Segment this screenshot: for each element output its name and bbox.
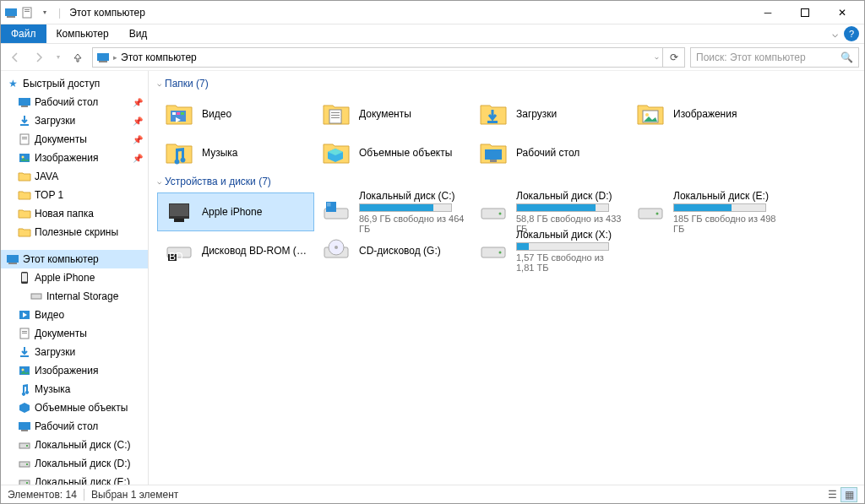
device-item[interactable]: Локальный диск (E:)185 ГБ свободно из 49… [628, 192, 786, 231]
svg-rect-0 [5, 8, 17, 16]
tree-item[interactable]: Загрузки [1, 343, 148, 361]
tree-this-pc[interactable]: Этот компьютер [1, 250, 148, 268]
folder-icon [320, 98, 352, 130]
svg-rect-3 [24, 9, 30, 10]
folder-icon [320, 137, 352, 169]
content-pane[interactable]: ⌵Папки (7) ВидеоДокументыЗагрузкиИзображ… [149, 71, 864, 485]
view-tiles-button[interactable]: ▦ [841, 487, 857, 502]
group-header-devices[interactable]: ⌵Устройства и диски (7) [157, 176, 856, 187]
free-space-label: 1,57 ТБ свободно из 1,81 ТБ [516, 252, 623, 273]
item-icon [18, 114, 31, 127]
device-item[interactable]: CD-дисковод (G:) [314, 231, 471, 270]
svg-rect-2 [23, 8, 31, 18]
tab-file[interactable]: Файл [1, 24, 46, 43]
svg-rect-41 [172, 112, 176, 115]
chevron-down-icon: ⌵ [157, 79, 161, 88]
maximize-button[interactable] [786, 1, 824, 24]
svg-rect-69 [481, 247, 505, 257]
svg-rect-28 [19, 422, 30, 430]
tree-item[interactable]: Локальный диск (D:) [1, 454, 148, 473]
folder-item[interactable]: Документы [314, 95, 471, 133]
breadcrumb-location[interactable]: Этот компьютер [121, 51, 197, 63]
drive-icon [634, 196, 666, 228]
item-icon [18, 188, 31, 202]
device-item[interactable]: Локальный диск (X:)1,57 ТБ свободно из 1… [471, 231, 628, 270]
tree-item[interactable]: Локальный диск (E:) [1, 473, 148, 485]
svg-rect-19 [22, 274, 27, 282]
tree-item[interactable]: Новая папка [1, 204, 148, 223]
tab-computer[interactable]: Компьютер [46, 24, 119, 43]
folder-item[interactable]: Объемные объекты [314, 133, 471, 172]
tree-item[interactable]: Видео [1, 306, 148, 324]
nav-back-button[interactable] [6, 48, 24, 67]
tree-item[interactable]: Изображения📌 [1, 149, 148, 167]
folder-item[interactable]: Загрузки [471, 95, 628, 133]
svg-rect-17 [8, 263, 17, 264]
folder-icon [634, 98, 666, 130]
capacity-bar [516, 203, 609, 212]
tree-item[interactable]: Полезные скрины [1, 223, 148, 241]
folder-item[interactable]: Рабочий стол [471, 133, 628, 172]
svg-rect-25 [20, 355, 29, 357]
device-item[interactable]: Apple iPhone [157, 192, 314, 231]
folder-item[interactable]: Музыка [157, 133, 314, 172]
minimize-button[interactable]: ─ [749, 1, 786, 24]
tree-item[interactable]: Рабочий стол [1, 417, 148, 436]
ribbon-collapse-chevron-icon[interactable]: ⌵ [827, 24, 842, 43]
drive-icon [320, 196, 352, 228]
folder-item[interactable]: Видео [157, 95, 314, 133]
tree-item[interactable]: Apple iPhone [1, 268, 148, 287]
drive-icon [163, 196, 195, 228]
tab-view[interactable]: Вид [119, 24, 158, 43]
group-header-folders[interactable]: ⌵Папки (7) [157, 78, 856, 89]
folder-icon [477, 98, 509, 130]
item-icon [18, 133, 31, 146]
tree-item[interactable]: Загрузки📌 [1, 111, 148, 130]
tree-item[interactable]: Локальный диск (C:) [1, 436, 148, 454]
device-item[interactable]: Локальный диск (C:)86,9 ГБ свободно из 4… [314, 192, 471, 231]
breadcrumb[interactable]: ▸ Этот компьютер ⌵ [92, 47, 663, 68]
svg-text:BD: BD [169, 251, 183, 263]
qat-properties-icon[interactable] [21, 6, 35, 19]
svg-rect-58 [327, 203, 331, 207]
close-button[interactable]: ✕ [824, 1, 861, 24]
pin-icon: 📌 [133, 117, 143, 126]
free-space-label: 185 ГБ свободно из 498 ГБ [673, 214, 780, 234]
qat-chevron-down-icon[interactable]: ▾ [38, 6, 52, 19]
tree-item[interactable]: Объемные объекты [1, 398, 148, 417]
nav-history-chevron-icon[interactable]: ▾ [53, 48, 63, 67]
svg-point-62 [656, 213, 659, 215]
nav-tree[interactable]: ★ Быстрый доступ Рабочий стол📌Загрузки📌Д… [1, 71, 149, 485]
tree-item[interactable]: Изображения [1, 361, 148, 380]
breadcrumb-chevron-down-icon[interactable]: ⌵ [655, 53, 659, 61]
capacity-bar [516, 242, 609, 251]
folder-item[interactable]: Изображения [628, 95, 786, 133]
tree-item[interactable]: Музыка [1, 380, 148, 398]
device-item[interactable]: BDДисковод BD-ROM (F:) [157, 231, 314, 270]
tree-item[interactable]: Документы [1, 324, 148, 343]
tree-item[interactable]: TOP 1 [1, 186, 148, 204]
svg-rect-33 [26, 463, 28, 465]
folder-icon [477, 137, 509, 169]
help-icon[interactable]: ? [844, 26, 859, 41]
tree-item[interactable]: Рабочий стол📌 [1, 93, 148, 111]
item-icon [18, 438, 31, 452]
nav-up-button[interactable] [68, 48, 87, 67]
nav-forward-button[interactable] [30, 48, 48, 67]
svg-rect-32 [19, 462, 30, 467]
tree-item[interactable]: JAVA [1, 167, 148, 186]
pc-icon [96, 51, 110, 64]
status-count: Элементов: 14 [8, 489, 77, 501]
search-input[interactable]: Поиск: Этот компьютер 🔍 [690, 47, 859, 68]
tree-item[interactable]: Internal Storage [1, 287, 148, 306]
item-icon [18, 170, 31, 183]
tree-item[interactable]: Документы📌 [1, 130, 148, 149]
tree-quick-access[interactable]: ★ Быстрый доступ [1, 74, 148, 93]
device-item[interactable]: Локальный диск (D:)58,8 ГБ свободно из 4… [471, 192, 628, 231]
item-icon [18, 207, 31, 220]
chevron-right-icon[interactable]: ▸ [113, 53, 117, 62]
view-details-button[interactable]: ☰ [824, 487, 841, 502]
refresh-button[interactable]: ⟳ [663, 47, 685, 68]
separator [84, 489, 84, 501]
svg-rect-9 [21, 106, 28, 107]
